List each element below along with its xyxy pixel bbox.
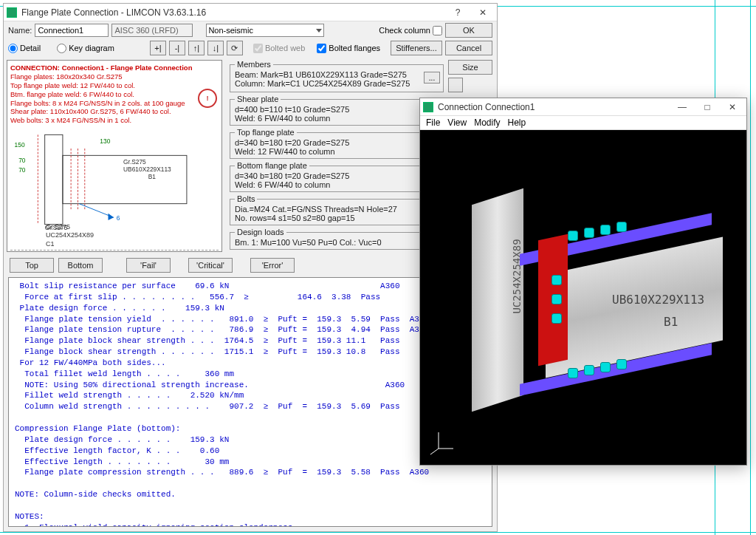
beam-b1-label: B1 <box>664 315 678 329</box>
bolted-web-checkbox: Bolted web <box>253 44 305 53</box>
cancel-button[interactable]: Cancel <box>445 41 492 55</box>
name-input[interactable] <box>35 24 109 37</box>
summary-header: CONNECTION: Connection1 - Flange Plate C… <box>10 64 219 72</box>
close-button[interactable]: ✕ <box>472 5 494 20</box>
refresh-button[interactable]: ⟳ <box>227 41 243 55</box>
fail-button[interactable]: 'Fail' <box>126 258 171 273</box>
menu-help[interactable]: Help <box>507 117 526 128</box>
viewer-menubar: File View Modify Help <box>420 116 746 130</box>
error-button[interactable]: 'Error' <box>250 258 295 273</box>
members-group: Members ... Beam: Mark=B1 UB610X229X113 … <box>230 60 444 92</box>
stiffeners-button[interactable]: Stiffeners... <box>391 41 442 55</box>
app-icon <box>7 7 17 18</box>
summary-box: CONNECTION: Connection1 - Flange Plate C… <box>7 60 222 252</box>
bolt-icon <box>551 275 562 285</box>
up-button[interactable]: ↑| <box>188 41 205 55</box>
svg-text:70: 70 <box>18 166 26 174</box>
check-column-checkbox[interactable]: Check column <box>379 26 442 35</box>
chevron-down-icon <box>316 29 322 33</box>
svg-line-19 <box>430 449 439 454</box>
svg-text:70: 70 <box>18 157 26 164</box>
members-edit-button[interactable]: ... <box>424 72 440 84</box>
size-button[interactable]: Size <box>448 60 492 75</box>
menu-view[interactable]: View <box>447 117 467 128</box>
seismic-select[interactable]: Non-seismic <box>206 24 324 37</box>
bolt-icon <box>584 228 594 238</box>
svg-rect-0 <box>45 134 63 224</box>
bolt-icon <box>616 222 627 232</box>
bottom-button[interactable]: Bottom <box>58 258 103 273</box>
axis-indicator <box>427 426 457 457</box>
connection-diagram: 150 70 70 130 Gr.S275 UB610X229X113 B1 G… <box>10 128 210 231</box>
bolt-icon <box>568 231 578 241</box>
bolt-icon <box>551 313 562 324</box>
remove-button[interactable]: -| <box>169 41 185 55</box>
bolt-icon <box>551 294 562 304</box>
summary-pane: CONNECTION: Connection1 - Flange Plate C… <box>4 57 225 255</box>
titlebar: Flange Plate Connection - LIMCON V3.63.1… <box>4 4 497 21</box>
svg-text:Gr.S275: Gr.S275 <box>123 158 146 166</box>
add-button[interactable]: +| <box>150 41 166 55</box>
size-aux-button[interactable] <box>448 78 463 92</box>
menu-file[interactable]: File <box>426 117 440 128</box>
down-button[interactable]: ↓| <box>207 41 224 55</box>
bolted-flanges-checkbox[interactable]: Bolted flanges <box>317 44 380 53</box>
bolt-icon <box>616 359 627 369</box>
viewer-icon <box>423 102 433 112</box>
svg-text:B1: B1 <box>148 173 157 180</box>
window-title: Flange Plate Connection - LIMCON V3.63.1… <box>21 7 447 18</box>
svg-text:150: 150 <box>15 141 25 149</box>
viewer-window: Connection Connection1 — □ ✕ File View M… <box>419 98 747 466</box>
viewer-title: Connection Connection1 <box>438 102 671 112</box>
bolt-icon <box>600 362 611 372</box>
svg-text:130: 130 <box>100 137 110 145</box>
name-label: Name: <box>8 26 32 35</box>
warning-icon: ! <box>198 89 217 108</box>
keydiagram-radio[interactable]: Key diagram <box>57 44 114 53</box>
svg-text:UB610X229X113: UB610X229X113 <box>123 166 171 173</box>
help-button[interactable]: ? <box>447 5 469 20</box>
detail-radio[interactable]: Detail <box>8 44 41 53</box>
bolt-icon <box>600 225 611 235</box>
column-label: UC254X254X89 <box>511 239 523 313</box>
code-input <box>111 24 193 37</box>
viewer-minimize-button[interactable]: — <box>671 100 693 115</box>
viewer-canvas[interactable]: UC254X254X89 UB610X229X113 B1 <box>420 130 746 465</box>
ok-button[interactable]: OK <box>445 23 492 38</box>
top-button[interactable]: Top <box>10 258 54 273</box>
seismic-value: Non-seismic <box>208 26 253 35</box>
viewer-maximize-button[interactable]: □ <box>696 100 718 115</box>
bolt-icon <box>568 368 578 378</box>
svg-text:6: 6 <box>117 214 120 222</box>
svg-text:Gr.S275: Gr.S275 <box>45 224 68 231</box>
bolt-icon <box>584 365 594 375</box>
viewer-close-button[interactable]: ✕ <box>721 100 743 115</box>
menu-modify[interactable]: Modify <box>474 117 500 128</box>
critical-button[interactable]: 'Critical' <box>188 258 233 273</box>
beam-label: UB610X229X113 <box>612 293 704 307</box>
